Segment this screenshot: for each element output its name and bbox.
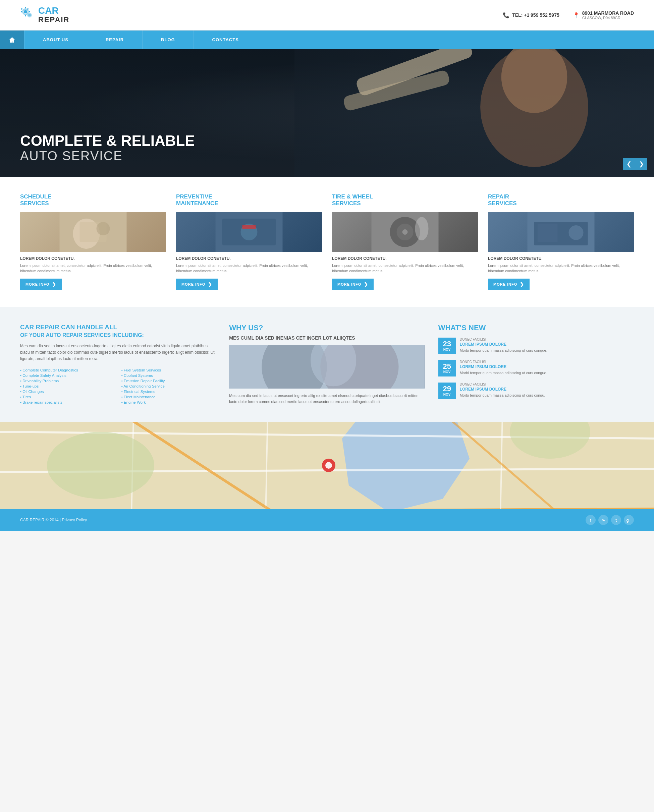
- location-icon: 📍: [573, 12, 579, 18]
- footer-social: f ∿ t g+: [585, 515, 634, 525]
- svg-point-10: [96, 222, 110, 235]
- logo-text: CAR REPAIR: [38, 6, 70, 24]
- hero-title: COMPLETE & RELIABLE: [20, 133, 195, 149]
- news-day-2: 29: [440, 385, 454, 392]
- hero-subtitle: AUTO SERVICE: [20, 149, 195, 163]
- news-day-0: 23: [440, 340, 454, 348]
- why-us-heading: WHY US?: [229, 324, 425, 332]
- hero-next-arrow[interactable]: ❯: [635, 158, 647, 170]
- svg-point-39: [47, 432, 154, 499]
- address-line1: 8901 MARMORA ROAD: [582, 11, 634, 16]
- service-title-schedule: SCHEDULESERVICES: [20, 194, 166, 207]
- more-info-button-tire[interactable]: MORE INFO ❯: [332, 279, 374, 290]
- arrow-icon: ❯: [208, 282, 212, 287]
- service-image-preventive: [176, 212, 322, 252]
- list-item: Electrical Systems: [121, 389, 216, 394]
- list-item: Fleet Maintenance: [121, 394, 216, 400]
- car-repair-heading2: OF YOUR AUTO REPAIR SERVICES INCLUDING:: [20, 332, 215, 338]
- list-item: Coolant Systems: [121, 373, 216, 378]
- news-label-0: DONEC FACILISI: [460, 337, 547, 341]
- hero-text: COMPLETE & RELIABLE AUTO SERVICE: [20, 133, 195, 163]
- arrow-icon: ❯: [52, 282, 57, 287]
- more-info-button-repair[interactable]: MORE INFO ❯: [488, 279, 530, 290]
- why-us-body: Mes cum dia sed in lacus ut ensascet ing…: [229, 392, 425, 405]
- logo-repair: REPAIR: [38, 15, 70, 24]
- news-text-0: Morbi tempor quam massa adipiscing ut cu…: [460, 348, 547, 353]
- news-day-1: 25: [440, 363, 454, 370]
- list-item: Complete Computer Diagnostics: [20, 368, 115, 373]
- arrow-icon: ❯: [520, 282, 524, 287]
- svg-point-23: [569, 225, 584, 240]
- header-contact: 📞 TEL: +1 959 552 5975 📍 8901 MARMORA RO…: [503, 11, 634, 20]
- list-col-left: Complete Computer Diagnostics Complete S…: [20, 368, 115, 405]
- service-body-title-2: LOREM DOLOR CONETETU.: [332, 256, 478, 261]
- news-content-1: DONEC FACILISI LOREM IPSUM DOLORE Morbi …: [460, 360, 547, 377]
- middle-section: CAR REPAIR CAN HANDLE ALL OF YOUR AUTO R…: [0, 307, 654, 422]
- svg-rect-2: [295, 49, 654, 177]
- news-item-2: 29 NOV DONEC FACILISI LOREM IPSUM DOLORE…: [439, 383, 634, 399]
- svg-rect-22: [538, 224, 558, 242]
- news-title-0: LOREM IPSUM DOLORE: [460, 342, 547, 346]
- list-item: Emission Repair Facility: [121, 378, 216, 383]
- nav-about-us[interactable]: ABOUT US: [24, 31, 87, 49]
- footer: CAR REPAIR © 2014 | Privacy Policy f ∿ t…: [0, 509, 654, 531]
- social-twitter-icon[interactable]: t: [611, 515, 621, 525]
- news-text-2: Morbi tempor quam massa adipiscing ut cu…: [460, 393, 546, 398]
- service-image-schedule: [20, 212, 166, 252]
- service-body-text-3: Lorem ipsum dolor sit amet, consectetur …: [488, 263, 634, 274]
- more-info-button-schedule[interactable]: MORE INFO ❯: [20, 279, 62, 290]
- more-info-button-preventive[interactable]: MORE INFO ❯: [176, 279, 218, 290]
- svg-point-19: [415, 217, 429, 240]
- news-month-1: NOV: [440, 370, 454, 374]
- news-item-0: 23 NOV DONEC FACILISI LOREM IPSUM DOLORE…: [439, 337, 634, 354]
- navigation: ABOUT US REPAIR BLOG CONTACTS: [0, 31, 654, 49]
- list-item: Tune-ups: [20, 383, 115, 389]
- gear-icon: [20, 6, 35, 24]
- whats-new-col: WHAT'S NEW 23 NOV DONEC FACILISI LOREM I…: [439, 324, 634, 405]
- news-title-2: LOREM IPSUM DOLORE: [460, 387, 546, 392]
- svg-point-42: [325, 462, 332, 469]
- service-image-repair: [488, 212, 634, 252]
- service-body-title-1: LOREM DOLOR CONETETU.: [176, 256, 322, 261]
- nav-contacts[interactable]: CONTACTS: [194, 31, 257, 49]
- why-us-subheading: MES CUML DIA SED INENIAS CET INGER LOT A…: [229, 335, 425, 341]
- service-card-repair: REPAIRSERVICES LOREM DOLOR CONETETU. Lor…: [488, 194, 634, 290]
- news-date-1: 25 NOV: [439, 360, 456, 377]
- car-repair-heading1: CAR REPAIR CAN HANDLE ALL: [20, 324, 215, 331]
- news-title-1: LOREM IPSUM DOLORE: [460, 365, 547, 369]
- phone-contact: 📞 TEL: +1 959 552 5975: [503, 12, 559, 18]
- service-card-tire: TIRE & WHEELSERVICES LOREM DOLOR CONETET…: [332, 194, 478, 290]
- svg-point-18: [402, 229, 408, 235]
- social-rss-icon[interactable]: ∿: [598, 515, 608, 525]
- car-repair-services-list: Complete Computer Diagnostics Complete S…: [20, 368, 215, 405]
- service-body-text-2: Lorem ipsum dolor sit amet, consectetur …: [332, 263, 478, 274]
- hero-figure: [295, 49, 654, 177]
- map-svg: [0, 422, 654, 509]
- social-facebook-icon[interactable]: f: [585, 515, 596, 525]
- services-grid: SCHEDULESERVICES LOREM DOLOR CONETETU. L…: [20, 194, 634, 290]
- nav-blog[interactable]: BLOG: [142, 31, 194, 49]
- why-us-image: [229, 345, 425, 389]
- list-col-right: Fuel System Services Coolant Systems Emi…: [121, 368, 216, 405]
- phone-icon: 📞: [503, 12, 509, 18]
- nav-repair[interactable]: REPAIR: [87, 31, 142, 49]
- car-repair-col: CAR REPAIR CAN HANDLE ALL OF YOUR AUTO R…: [20, 324, 215, 405]
- news-date-2: 29 NOV: [439, 383, 456, 399]
- hero-slider-controls[interactable]: ❮ ❯: [623, 158, 647, 170]
- news-label-2: DONEC FACILISI: [460, 383, 546, 386]
- news-text-1: Morbi tempor quam massa adipiscing ut cu…: [460, 371, 547, 375]
- news-label-1: DONEC FACILISI: [460, 360, 547, 364]
- car-repair-intro: Mes cum dia sed in lacus ut ensasctento-…: [20, 343, 215, 362]
- footer-copyright: CAR REPAIR © 2014 | Privacy Policy: [20, 517, 87, 522]
- list-item: Complete Safety Analysis: [20, 373, 115, 378]
- header: CAR REPAIR 📞 TEL: +1 959 552 5975 📍 8901…: [0, 0, 654, 31]
- list-item: Oil Changes: [20, 389, 115, 394]
- news-content-0: DONEC FACILISI LOREM IPSUM DOLORE Morbi …: [460, 337, 547, 354]
- news-month-0: NOV: [440, 348, 454, 351]
- social-googleplus-icon[interactable]: g+: [624, 515, 634, 525]
- nav-home-button[interactable]: [0, 31, 24, 49]
- logo[interactable]: CAR REPAIR: [20, 6, 70, 24]
- service-card-preventive: PREVENTIVEMAINTENANCE LOREM DOLOR CONETE…: [176, 194, 322, 290]
- list-item: Tires: [20, 394, 115, 400]
- hero-prev-arrow[interactable]: ❮: [623, 158, 635, 170]
